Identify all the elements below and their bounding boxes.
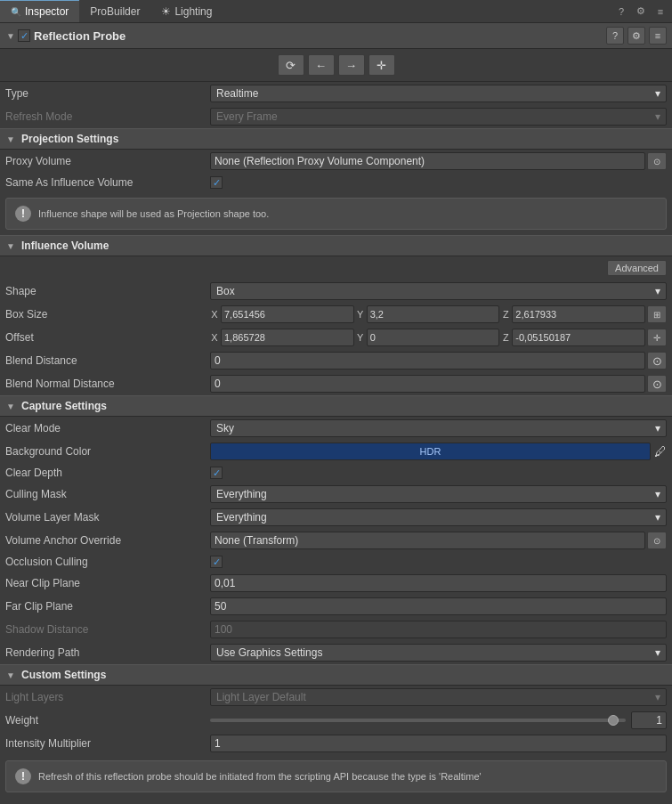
blend-normal-distance-value: ⊙ (210, 375, 667, 393)
clear-mode-dropdown[interactable]: Sky ▾ (210, 419, 667, 437)
next-button[interactable]: → (338, 54, 365, 76)
near-clip-field-row: Near Clip Plane (0, 572, 672, 595)
refresh-mode-value: Every Frame ▾ (210, 108, 667, 126)
proxy-volume-input[interactable]: None (Reflection Proxy Volume Component) (210, 152, 645, 170)
influence-volume-section-header[interactable]: ▼ Influence Volume (0, 235, 672, 256)
proxy-volume-value: None (Reflection Proxy Volume Component)… (210, 152, 667, 170)
occlusion-culling-field-row: Occlusion Culling (0, 552, 672, 572)
background-color-hdr-input[interactable]: HDR (210, 443, 651, 460)
tab-lighting[interactable]: ☀ Lighting (150, 0, 223, 22)
offset-z-input[interactable] (512, 329, 645, 346)
offset-y-input[interactable] (367, 329, 500, 346)
projection-settings-section-header[interactable]: ▼ Projection Settings (0, 128, 672, 150)
help-icon[interactable]: ? (613, 4, 629, 20)
settings-icon[interactable]: ⚙ (633, 4, 649, 20)
capture-collapse-icon: ▼ (5, 401, 16, 411)
volume-anchor-override-input[interactable]: None (Transform) (210, 532, 645, 549)
collapse-toggle[interactable]: ▼ (5, 30, 16, 41)
near-clip-input[interactable] (210, 574, 667, 592)
volume-layer-mask-dropdown-arrow-icon: ▾ (655, 511, 660, 524)
same-as-influence-field-row: Same As Influence Volume (0, 173, 672, 192)
tab-inspector[interactable]: 🔍 Inspector (0, 0, 79, 22)
blend-distance-value: ⊙ (210, 352, 667, 370)
box-size-y-input[interactable] (367, 305, 500, 323)
shape-dropdown[interactable]: Box ▾ (210, 282, 667, 300)
box-size-vec3: X Y Z (210, 305, 645, 323)
clear-depth-checkbox[interactable] (210, 467, 223, 479)
offset-value: X Y Z ✛ (210, 329, 667, 346)
refresh-mode-dropdown[interactable]: Every Frame ▾ (210, 108, 667, 126)
type-value: Realtime ▾ (210, 85, 667, 102)
far-clip-input[interactable] (210, 597, 667, 615)
refresh-mode-label: Refresh Mode (5, 110, 210, 123)
custom-settings-content: Light Layers Light Layer Default ▾ Weigh… (0, 686, 672, 755)
weight-slider-row (210, 711, 667, 729)
refresh-mode-field-row: Refresh Mode Every Frame ▾ (0, 105, 672, 128)
type-dropdown[interactable]: Realtime ▾ (210, 85, 667, 102)
custom-settings-title: Custom Settings (21, 669, 106, 681)
offset-z-label: Z (501, 332, 510, 343)
box-size-label: Box Size (5, 308, 210, 321)
offset-x-input[interactable] (221, 329, 354, 346)
offset-edit-icon[interactable]: ✛ (647, 329, 667, 346)
occlusion-culling-checkbox[interactable] (210, 556, 223, 568)
blend-distance-input[interactable] (210, 352, 645, 370)
far-clip-value (210, 597, 667, 615)
shadow-distance-input[interactable] (210, 621, 667, 638)
volume-anchor-pick-icon[interactable]: ⊙ (647, 532, 667, 549)
advanced-button[interactable]: Advanced (607, 260, 667, 276)
blend-normal-distance-input[interactable] (210, 375, 645, 393)
box-size-z-label: Z (501, 309, 510, 320)
move-button[interactable]: ✛ (368, 54, 395, 76)
culling-mask-dropdown[interactable]: Everything ▾ (210, 485, 667, 503)
capture-settings-section-header[interactable]: ▼ Capture Settings (0, 395, 672, 417)
intensity-multiplier-label: Intensity Multiplier (5, 737, 210, 750)
box-size-x-input[interactable] (221, 305, 354, 323)
bake-button[interactable]: ⟳ (278, 54, 304, 76)
rendering-path-dropdown[interactable]: Use Graphics Settings ▾ (210, 644, 667, 662)
blend-normal-distance-icon[interactable]: ⊙ (647, 375, 667, 393)
volume-layer-mask-dropdown[interactable]: Everything ▾ (210, 508, 667, 526)
component-menu-icon[interactable]: ≡ (649, 27, 667, 45)
box-size-edit-icon[interactable]: ⊞ (647, 305, 667, 323)
clear-mode-dropdown-arrow-icon: ▾ (655, 422, 660, 434)
weight-slider[interactable] (210, 719, 626, 722)
proxy-volume-pick-icon[interactable]: ⊙ (647, 152, 667, 170)
component-settings-icon[interactable]: ⚙ (627, 27, 645, 45)
light-layers-value: Light Layer Default ▾ (210, 688, 667, 706)
same-as-influence-checkbox[interactable] (210, 176, 223, 189)
advanced-btn-row: Advanced (0, 256, 672, 280)
type-label: Type (5, 87, 210, 100)
light-layers-dropdown[interactable]: Light Layer Default ▾ (210, 688, 667, 706)
offset-label: Offset (5, 331, 210, 344)
far-clip-field-row: Far Clip Plane (0, 595, 672, 618)
paint-icon[interactable]: 🖊 (654, 444, 667, 459)
box-size-z-input[interactable] (512, 305, 645, 323)
light-layers-field-row: Light Layers Light Layer Default ▾ (0, 686, 672, 709)
prev-button[interactable]: ← (308, 54, 335, 76)
blend-distance-icon[interactable]: ⊙ (647, 352, 667, 370)
menu-icon[interactable]: ≡ (652, 4, 668, 20)
tab-probuilder-label: ProBuilder (90, 5, 140, 18)
intensity-multiplier-value (210, 735, 667, 752)
component-enabled-checkbox[interactable] (18, 29, 30, 42)
projection-info-box: ! Influence shape will be used as Projec… (5, 198, 667, 230)
tab-probuilder[interactable]: ProBuilder (79, 0, 150, 22)
help-component-icon[interactable]: ? (606, 27, 624, 45)
intensity-multiplier-input[interactable] (210, 735, 667, 752)
volume-layer-mask-value: Everything ▾ (210, 508, 667, 526)
clear-depth-label: Clear Depth (5, 467, 210, 479)
component-header: ▼ Reflection Probe ? ⚙ ≡ (0, 23, 672, 49)
near-clip-label: Near Clip Plane (5, 577, 210, 589)
blend-distance-field-row: Blend Distance ⊙ (0, 349, 672, 372)
projection-settings-content: Proxy Volume None (Reflection Proxy Volu… (0, 150, 672, 230)
rendering-path-value: Use Graphics Settings ▾ (210, 644, 667, 662)
weight-slider-thumb (608, 715, 619, 726)
custom-settings-section-header[interactable]: ▼ Custom Settings (0, 664, 672, 686)
far-clip-label: Far Clip Plane (5, 600, 210, 613)
weight-value (210, 711, 667, 729)
projection-collapse-icon: ▼ (5, 134, 16, 144)
weight-value-input[interactable] (631, 711, 667, 729)
weight-label: Weight (5, 714, 210, 727)
blend-distance-label: Blend Distance (5, 354, 210, 367)
